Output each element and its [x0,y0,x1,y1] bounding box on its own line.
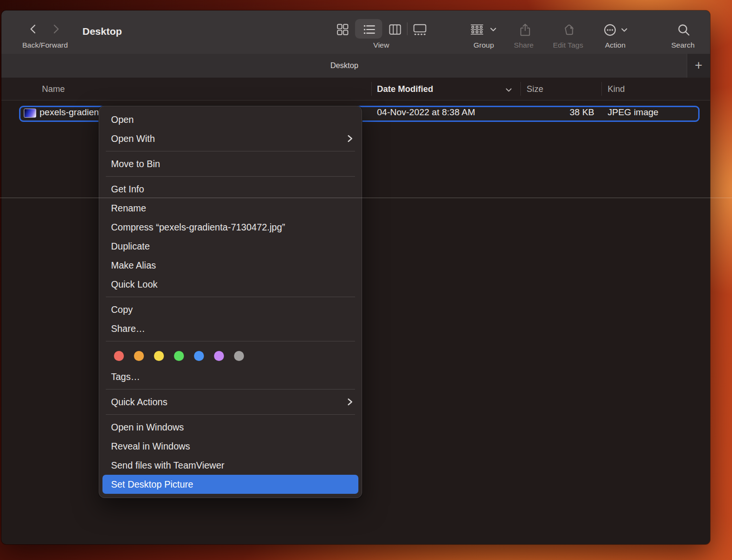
tag-yellow-button[interactable] [154,351,164,361]
menu-separator [106,297,355,297]
menu-item-open[interactable]: Open [99,110,362,129]
column-name[interactable]: Name [42,84,65,94]
file-date-modified: 04-Nov-2022 at 8:38 AM [377,107,475,118]
column-divider [601,82,602,96]
submenu-chevron-icon [346,398,353,406]
column-view-button[interactable] [388,23,402,36]
share-icon [518,23,532,37]
view-divider [407,22,407,35]
menu-item-label: Quick Actions [111,397,167,408]
file-size: 38 KB [526,107,594,118]
menu-item-set-desktop-picture[interactable]: Set Desktop Picture [102,475,358,494]
list-view-button[interactable] [363,23,376,36]
menu-separator [106,341,355,341]
chevron-down-icon [621,27,628,33]
menu-separator [106,414,355,415]
column-header: Name Date Modified Size Kind [1,78,710,100]
search-icon [677,23,691,37]
chevron-right-icon [51,23,61,35]
view-caption: View [336,41,427,50]
menu-item-get-info[interactable]: Get Info [99,180,362,199]
icon-view-button[interactable] [336,23,349,36]
menu-item-label: Open With [111,133,155,144]
ellipsis-circle-icon [603,23,617,37]
menu-item-open-with[interactable]: Open With [99,129,362,148]
gallery-view-icon [413,23,427,36]
file-kind: JPEG image [608,107,659,118]
context-menu: Open Open With Move to Bin Get Info Rena… [99,106,362,498]
column-kind[interactable]: Kind [608,84,625,94]
tag-purple-button[interactable] [214,351,224,361]
column-view-icon [388,23,402,36]
action-button[interactable] [603,23,628,37]
search-button[interactable] [677,23,691,37]
menu-separator [106,151,355,151]
menu-item-duplicate[interactable]: Duplicate [99,237,362,256]
column-size[interactable]: Size [527,84,543,94]
menu-item-make-alias[interactable]: Make Alias [99,256,362,275]
tag-green-button[interactable] [174,351,184,361]
tag-red-button[interactable] [114,351,124,361]
menu-item-open-in-windows[interactable]: Open in Windows [99,418,362,437]
menu-item-quick-look[interactable]: Quick Look [99,275,362,294]
back-button[interactable] [28,23,39,35]
tab-desktop[interactable]: Desktop [1,54,687,78]
menu-item-tags[interactable]: Tags… [99,367,362,386]
search-caption: Search [650,41,710,50]
share-button [518,23,532,37]
tag-color-row [99,344,362,367]
column-date-modified[interactable]: Date Modified [377,84,433,94]
screenshot-artifact-line [0,198,732,198]
menu-item-compress[interactable]: Compress “pexels-gradienta-7130472.jpg” [99,218,362,237]
tab-bar: Desktop + [1,54,710,78]
edit-tags-button [563,23,576,37]
chevron-down-icon [490,27,497,32]
group-icon [469,23,486,36]
chevron-left-icon [28,23,39,35]
list-view-icon [363,23,376,36]
tag-blue-button[interactable] [194,351,204,361]
tag-icon [563,23,576,37]
desktop-wallpaper: Back/Forward Desktop View G [0,0,732,560]
sort-chevron-icon [505,87,512,93]
back-forward-caption: Back/Forward [13,41,77,50]
menu-item-send-files-teamviewer[interactable]: Send files with TeamViewer [99,456,362,475]
menu-item-quick-actions[interactable]: Quick Actions [99,392,362,411]
window-title: Desktop [82,26,122,37]
action-caption: Action [582,41,649,50]
menu-item-reveal-in-windows[interactable]: Reveal in Windows [99,437,362,456]
menu-item-move-to-bin[interactable]: Move to Bin [99,154,362,173]
menu-separator [106,176,355,177]
column-divider [520,82,521,96]
submenu-chevron-icon [346,134,353,143]
finder-toolbar: Back/Forward Desktop View G [1,10,710,54]
group-button[interactable] [469,23,497,36]
new-tab-button[interactable]: + [687,54,710,78]
menu-item-rename[interactable]: Rename [99,199,362,218]
forward-button[interactable] [51,23,61,35]
menu-item-copy[interactable]: Copy [99,300,362,319]
menu-item-share[interactable]: Share… [99,319,362,338]
grid-view-icon [336,23,349,36]
gallery-view-button[interactable] [413,23,427,36]
tag-gray-button[interactable] [234,351,244,361]
image-thumbnail-icon [24,109,36,118]
menu-separator [106,389,355,390]
column-divider [371,82,372,96]
tag-orange-button[interactable] [134,351,144,361]
